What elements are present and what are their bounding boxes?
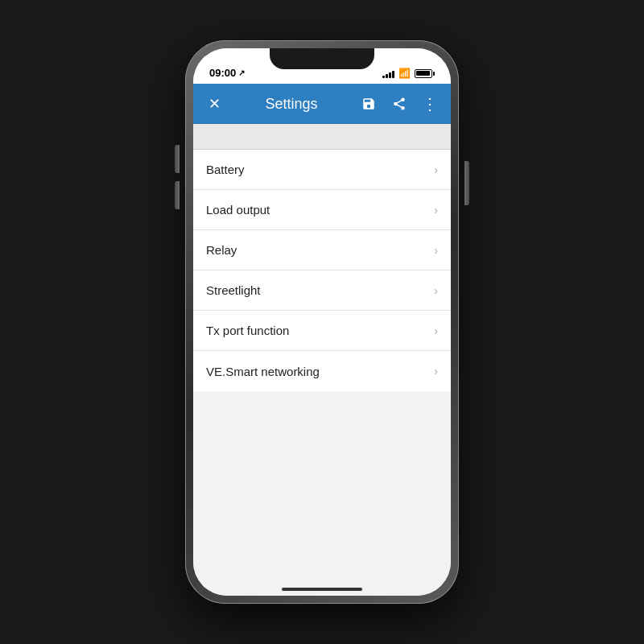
menu-item-label: Battery — [206, 163, 245, 176]
save-button[interactable] — [357, 93, 380, 115]
location-icon: ↗ — [238, 68, 245, 77]
close-button[interactable]: ✕ — [203, 93, 225, 115]
status-time: 09:00 ↗ — [209, 67, 245, 79]
menu-item-load-output[interactable]: Load output › — [193, 190, 451, 230]
menu-list: Battery › Load output › Relay › Streetli… — [193, 150, 451, 391]
menu-item-label: Streetlight — [206, 283, 261, 297]
phone-screen: 09:00 ↗ 📶 — [193, 48, 451, 596]
bottom-area — [193, 391, 451, 596]
menu-item-label: Relay — [206, 243, 237, 257]
menu-item-battery[interactable]: Battery › — [193, 150, 451, 190]
share-icon — [392, 97, 407, 111]
chevron-icon: › — [434, 163, 438, 176]
chevron-icon: › — [434, 324, 438, 337]
more-button[interactable]: ⋮ — [419, 93, 441, 115]
menu-item-ve-smart[interactable]: VE.Smart networking › — [193, 351, 451, 391]
power-button[interactable] — [464, 161, 469, 205]
wifi-icon: 📶 — [398, 68, 411, 79]
chevron-icon: › — [434, 244, 438, 257]
phone-frame: 09:00 ↗ 📶 — [185, 40, 459, 604]
app-bar-title: Settings — [233, 96, 349, 113]
signal-icon — [382, 68, 394, 78]
share-button[interactable] — [388, 93, 411, 115]
time-label: 09:00 — [209, 67, 236, 79]
volume-down-button[interactable] — [175, 181, 180, 209]
chevron-icon: › — [434, 284, 438, 297]
menu-item-label: Tx port function — [206, 324, 289, 337]
status-icons: 📶 — [382, 68, 436, 79]
battery-status-icon — [415, 69, 436, 78]
save-icon — [361, 97, 376, 111]
chevron-icon: › — [434, 204, 438, 217]
home-indicator[interactable] — [282, 588, 362, 591]
chevron-icon: › — [434, 365, 438, 378]
volume-up-button[interactable] — [175, 145, 180, 173]
menu-item-tx-port[interactable]: Tx port function › — [193, 311, 451, 351]
menu-item-relay[interactable]: Relay › — [193, 230, 451, 270]
menu-item-streetlight[interactable]: Streetlight › — [193, 270, 451, 311]
section-header — [193, 124, 451, 150]
notch — [270, 48, 374, 69]
menu-item-label: VE.Smart networking — [206, 365, 320, 378]
app-bar: ✕ Settings ⋮ — [193, 84, 451, 124]
menu-item-label: Load output — [206, 203, 270, 217]
